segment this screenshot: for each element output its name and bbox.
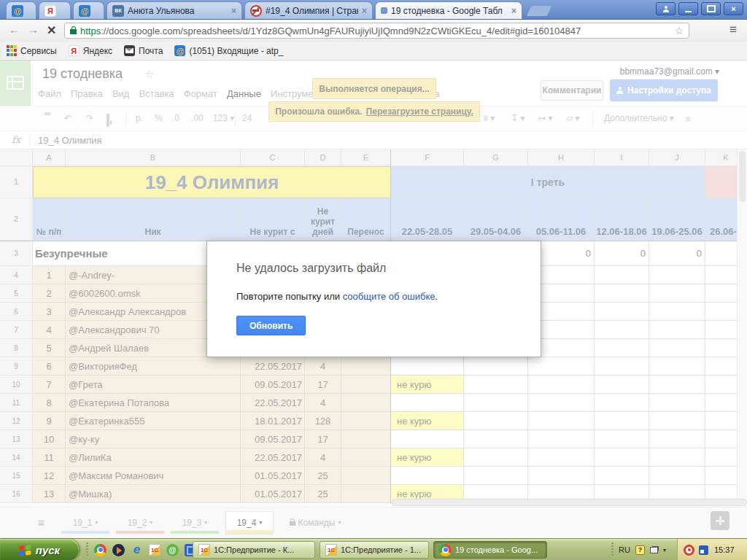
notification-area: 15:37: [677, 539, 747, 560]
report-error-link[interactable]: сообщите об ошибке: [343, 291, 436, 302]
person-icon: [663, 9, 669, 12]
task-buttons: 1С1С:Предприятие - К...1С1С:Предприятие …: [193, 541, 547, 559]
clock: 15:37: [714, 545, 735, 554]
refresh-button[interactable]: Обновить: [236, 316, 306, 335]
back-button[interactable]: ←: [9, 23, 20, 36]
tray-expand-icon[interactable]: ▾: [663, 547, 666, 553]
mailru-icon: @: [174, 45, 185, 56]
task-button[interactable]: 1С1С:Предприятие - К...: [193, 541, 315, 559]
bookmark-label: Сервисы: [20, 46, 57, 56]
maximize-button[interactable]: [701, 2, 721, 15]
browser-tab[interactable]: @: [6, 1, 36, 19]
stop-button[interactable]: ✕: [47, 23, 56, 37]
dialog-title: Не удалось загрузить файл: [236, 262, 386, 275]
onec-icon[interactable]: 1С: [149, 544, 160, 556]
tab-title: 19 стодневка - Google Табл: [391, 6, 508, 16]
quick-launch: e 1С @: [86, 539, 205, 560]
bookmark-label: Яндекс: [83, 46, 112, 56]
ssl-lock-icon: [70, 29, 77, 34]
window-controls: ×: [656, 2, 743, 15]
browser-navbar: ← → ✕ https://docs.google.com/spreadshee…: [0, 20, 747, 42]
bookmark-label: (1051) Входящие - atp_: [189, 46, 283, 56]
bookmark-label: Почта: [139, 46, 163, 56]
apps-grid-icon: [6, 45, 17, 56]
start-button[interactable]: пуск: [0, 539, 79, 560]
browser-menu-icon[interactable]: ≡: [729, 23, 737, 37]
window-tray-icon[interactable]: [650, 547, 658, 553]
close-icon[interactable]: ×: [362, 6, 367, 16]
minimize-button[interactable]: [678, 2, 698, 15]
mail-icon: [124, 45, 135, 56]
bookmarks-bar: СервисыЯЯндексПочта@(1051) Входящие - at…: [0, 42, 747, 61]
close-button[interactable]: ×: [724, 2, 743, 15]
chrome-icon: [439, 544, 452, 556]
mailru-icon: @: [79, 5, 90, 17]
task-button-label: 1С:Предприятие - 1...: [341, 545, 421, 554]
address-bar[interactable]: https://docs.google.com/spreadsheets/d/1…: [64, 23, 689, 39]
bookmark-item[interactable]: @(1051) Входящие - atp_: [174, 45, 283, 56]
browser-tabs: @Я@ВКАнюта Ульянова×#19_4 Олимпия | Стра…: [6, 1, 549, 19]
task-button[interactable]: 1С1С:Предприятие - 1...: [320, 541, 429, 559]
toolbar-handle[interactable]: [86, 542, 88, 557]
browser-tab[interactable]: @: [73, 1, 104, 19]
language-indicator[interactable]: RU: [619, 545, 630, 554]
chrome-icon[interactable]: [94, 544, 107, 556]
yandex-icon: Я: [44, 5, 56, 17]
onec-icon: 1С: [325, 544, 337, 556]
profile-button[interactable]: [656, 2, 676, 15]
browser-tab[interactable]: ВКАнюта Ульянова×: [107, 1, 242, 19]
internet-explorer-icon[interactable]: e: [131, 544, 143, 556]
media-player-icon[interactable]: [112, 544, 125, 556]
dialog-body: Повторите попытку или сообщите об ошибке…: [236, 291, 438, 302]
yandex-icon: Я: [69, 45, 80, 56]
bookmark-item[interactable]: Сервисы: [6, 45, 57, 56]
no-smoking-icon: [250, 5, 262, 17]
bookmark-item[interactable]: Почта: [124, 45, 163, 56]
browser-tab-strip: @Я@ВКАнюта Ульянова×#19_4 Олимпия | Стра…: [0, 0, 747, 20]
page-icon: [381, 7, 387, 14]
tab-title: #19_4 Олимпия | Страница: [266, 6, 358, 16]
task-button[interactable]: 19 стодневка - Goog...: [433, 541, 547, 559]
taskbar: пуск e 1С @ 1С1С:Предприятие - К...1С1С:…: [0, 538, 747, 560]
url-scheme: https: [80, 26, 101, 36]
bookmark-item[interactable]: ЯЯндекс: [69, 45, 112, 56]
bookmark-star-icon[interactable]: ☆: [674, 25, 684, 36]
vk-icon: ВК: [112, 5, 124, 17]
task-button-label: 1С:Предприятие - К...: [214, 545, 294, 554]
browser-tab[interactable]: #19_4 Олимпия | Страница×: [244, 1, 373, 19]
new-tab-button[interactable]: [527, 6, 552, 16]
onec-icon: 1С: [198, 544, 210, 556]
windows-logo-icon: [19, 545, 31, 556]
desktop: @Я@ВКАнюта Ульянова×#19_4 Олимпия | Стра…: [0, 0, 747, 560]
system-tray: RU ? ▾: [611, 539, 666, 560]
forward-button[interactable]: →: [28, 23, 39, 36]
url-text: ://docs.google.com/spreadsheets/d/1Ydz8G…: [101, 26, 581, 36]
help-tray-icon[interactable]: ?: [635, 545, 645, 555]
browser-tab[interactable]: 19 стодневка - Google Табл×: [375, 1, 522, 19]
tray-app-icon[interactable]: [684, 545, 694, 556]
tab-title: Анюта Ульянова: [128, 6, 228, 16]
mailru-icon: @: [12, 5, 23, 17]
mail-agent-icon[interactable]: @: [166, 544, 179, 556]
error-dialog: Не удалось загрузить файл Повторите попы…: [206, 241, 541, 357]
tray-app2-icon[interactable]: [699, 545, 708, 555]
toolbar-handle[interactable]: [611, 542, 614, 557]
close-icon[interactable]: ×: [231, 6, 236, 16]
browser-tab[interactable]: Я: [39, 1, 71, 19]
close-icon[interactable]: ×: [511, 6, 516, 16]
task-button-label: 19 стодневка - Goog...: [455, 545, 538, 554]
